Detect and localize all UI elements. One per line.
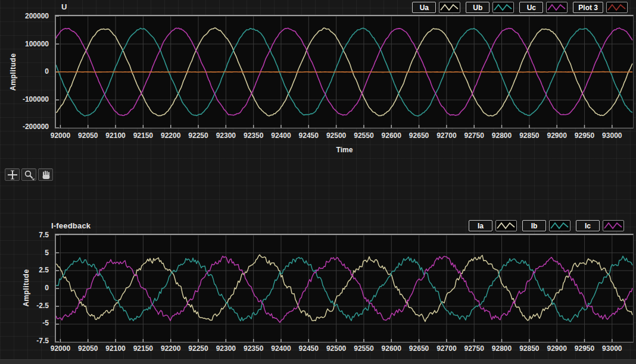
x-tick-label: 92050 [78,344,98,353]
legend-plot-name: Ia [469,220,492,231]
x-tick-label: 92450 [299,344,319,353]
x-tick-label: 93000 [602,344,622,353]
x-tick-label: 92100 [105,344,125,353]
waveform-line-icon [492,2,514,13]
x-tick-label: 92850 [519,131,539,140]
x-tick-label: 92650 [409,131,429,140]
y-tick-label: -2.5 [36,302,49,310]
legend-item-uc[interactable]: Uc [519,2,568,13]
x-tick-label: 92950 [575,344,594,353]
zoom-tool-button[interactable] [21,168,36,181]
x-tick-label: 92600 [382,131,401,140]
legend-plot-name: Ic [576,220,600,231]
waveform-line-icon [546,2,568,13]
x-tick-label: 92550 [354,344,373,353]
x-tick-label: 92350 [244,344,263,353]
plot-area[interactable] [55,15,634,128]
legend-item-plot-3[interactable]: Plot 3 [573,2,628,13]
legend-plot-name: Ub [466,2,490,13]
y-tick-label: -5 [42,319,49,327]
waveform-line-icon [606,2,628,13]
x-tick-label: 93000 [602,131,622,140]
crosshair-icon [6,170,19,180]
plot-legend: UaUbUcPlot 3 [412,2,628,13]
x-tick-label: 92600 [382,344,401,353]
y-tick-label: 100000 [25,40,49,48]
waveform-canvas [56,235,633,342]
labview-front-panel: U UaUbUcPlot 3 Amplitude 2000001000000-1… [0,0,636,364]
x-tick-label: 92150 [133,131,153,140]
x-tick-label: 92250 [188,131,208,140]
y-axis-scale: 7.552.50-2.5-5-7.5 [0,235,51,341]
x-tick-label: 92400 [271,344,291,353]
legend-item-ia[interactable]: Ia [469,220,517,231]
legend-plot-name: Ua [412,2,436,13]
x-tick-label: 92050 [78,131,98,140]
plot-area[interactable] [55,234,634,343]
x-axis-scale: 9200092050921009215092200922509230092350… [56,344,633,354]
plot-legend: IaIbIc [469,220,624,231]
series-plot-3 [56,72,632,73]
hand-icon [39,170,52,180]
x-axis-label: Time [56,146,633,154]
x-tick-label: 92800 [492,131,512,140]
x-tick-label: 92900 [547,131,566,140]
x-tick-label: 92000 [51,131,70,140]
x-tick-label: 92300 [216,131,236,140]
x-tick-label: 92250 [188,344,208,353]
legend-plot-name: Ib [522,220,546,231]
y-tick-label: 5 [45,249,49,257]
x-tick-label: 92950 [575,131,594,140]
graph-palette [5,168,53,181]
x-tick-label: 92000 [51,344,70,353]
legend-plot-name: Plot 3 [573,2,603,13]
x-tick-label: 92650 [409,344,429,353]
waveform-line-icon [603,220,624,231]
x-tick-label: 92700 [437,344,456,353]
legend-item-ic[interactable]: Ic [576,220,624,231]
y-tick-label: -7.5 [36,337,49,345]
x-axis-scale: 9200092050921009215092200922509230092350… [56,131,633,141]
cursor-movement-tool-button[interactable] [5,168,20,181]
legend-plot-name: Uc [519,2,543,13]
x-tick-label: 92750 [464,344,484,353]
legend-item-ua[interactable]: Ua [412,2,460,13]
x-tick-label: 92900 [547,344,566,353]
waveform-line-icon [439,2,460,13]
x-tick-label: 92400 [271,131,291,140]
waveform-line-icon [495,220,517,231]
x-tick-label: 92200 [161,344,180,353]
legend-item-ub[interactable]: Ub [466,2,514,13]
y-tick-label: 2.5 [39,266,49,274]
x-tick-label: 92750 [464,131,484,140]
x-tick-label: 92550 [354,131,373,140]
x-tick-label: 92350 [244,131,263,140]
x-tick-label: 92800 [492,344,512,353]
chart-title: U [61,2,67,11]
magnifier-icon [23,170,36,180]
pan-tool-button[interactable] [38,168,53,181]
x-tick-label: 92450 [299,131,319,140]
x-tick-label: 92850 [519,344,539,353]
y-tick-label: 0 [45,67,49,76]
waveform-line-icon [549,220,570,231]
y-tick-label: 0 [45,284,49,292]
y-tick-label: -200000 [23,123,49,131]
y-axis-scale: 2000001000000-100000-200000 [0,16,51,127]
y-tick-label: 200000 [25,12,49,20]
x-tick-label: 92100 [105,131,125,140]
legend-item-ib[interactable]: Ib [522,220,570,231]
x-tick-label: 92150 [133,344,153,353]
y-tick-label: -100000 [23,95,49,103]
x-tick-label: 92700 [437,131,456,140]
x-tick-label: 92300 [216,344,236,353]
chart-title: I-feedback [51,221,91,230]
x-tick-label: 92500 [326,131,346,140]
x-tick-label: 92500 [326,344,346,353]
bottom-edge-strip [0,359,636,364]
y-tick-label: 7.5 [39,231,49,239]
x-tick-label: 92200 [161,131,180,140]
waveform-canvas [56,16,633,128]
